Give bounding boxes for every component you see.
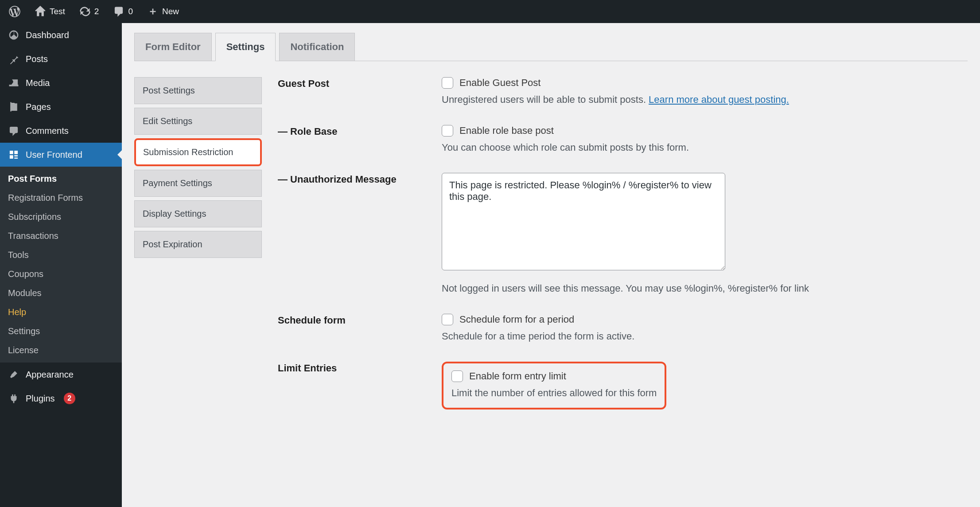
row-schedule-form: Schedule form Schedule form for a period… (278, 314, 968, 342)
settings-nav-submission-restriction[interactable]: Submission Restriction (134, 138, 262, 166)
sidebar-item-posts[interactable]: Posts (0, 47, 122, 71)
label-schedule-form: Schedule form (278, 314, 442, 326)
update-icon (79, 6, 91, 17)
settings-nav-payment-settings[interactable]: Payment Settings (134, 170, 262, 197)
settings-nav-post-settings[interactable]: Post Settings (134, 77, 262, 104)
row-guest-post: Guest Post Enable Guest Post Unregistere… (278, 77, 968, 105)
label-unauth-message: — Unauthorized Message (278, 173, 442, 185)
sidebar-label: Comments (26, 126, 69, 136)
submenu-post-forms[interactable]: Post Forms (0, 169, 122, 188)
comment-icon (8, 125, 19, 136)
plug-icon (8, 393, 19, 404)
settings-nav: Post Settings Edit Settings Submission R… (134, 77, 262, 429)
tab-notification[interactable]: Notification (279, 33, 355, 61)
helper-guest-post: Unregistered users will be able to submi… (442, 94, 968, 105)
sidebar-label: User Frontend (26, 150, 82, 160)
sidebar-item-comments[interactable]: Comments (0, 119, 122, 143)
helper-schedule: Schedule for a time period the form is a… (442, 331, 968, 342)
checkbox-enable-role-base[interactable] (442, 125, 453, 136)
checkbox-enable-guest-post[interactable] (442, 77, 453, 89)
submenu-transactions[interactable]: Transactions (0, 226, 122, 246)
content-area: Form Editor Settings Notification Post S… (122, 23, 980, 507)
adminbar-updates[interactable]: 2 (75, 0, 104, 23)
label-guest-post: Guest Post (278, 77, 442, 90)
new-label: New (162, 7, 179, 16)
sidebar-item-user-frontend[interactable]: User Frontend (0, 143, 122, 167)
wordpress-icon (9, 6, 20, 17)
admin-bar: Test 2 0 New (0, 0, 980, 23)
wp-logo[interactable] (4, 0, 25, 23)
submenu-tools[interactable]: Tools (0, 246, 122, 265)
submenu-help[interactable]: Help (0, 303, 122, 322)
home-icon (35, 6, 46, 17)
submenu-subscriptions[interactable]: Subscriptions (0, 207, 122, 226)
admin-sidebar: Dashboard Posts Media Pages Comments Use… (0, 23, 122, 507)
sidebar-submenu: Post Forms Registration Forms Subscripti… (0, 167, 122, 363)
comment-icon (113, 6, 124, 17)
checkbox-label: Enable role base post (459, 125, 554, 136)
tab-form-editor[interactable]: Form Editor (134, 33, 212, 61)
submenu-modules[interactable]: Modules (0, 284, 122, 303)
submenu-settings[interactable]: Settings (0, 322, 122, 341)
helper-role-base: You can choose which role can submit pos… (442, 142, 968, 153)
dashboard-icon (8, 29, 19, 41)
submenu-license[interactable]: License (0, 341, 122, 360)
submenu-coupons[interactable]: Coupons (0, 265, 122, 284)
settings-nav-display-settings[interactable]: Display Settings (134, 200, 262, 227)
sidebar-label: Plugins (26, 394, 55, 404)
checkbox-label: Schedule form for a period (459, 314, 574, 325)
settings-nav-edit-settings[interactable]: Edit Settings (134, 108, 262, 135)
sidebar-item-pages[interactable]: Pages (0, 95, 122, 119)
plugin-update-badge: 2 (64, 393, 75, 404)
updates-count: 2 (94, 7, 99, 16)
userfrontend-icon (8, 149, 19, 160)
checkbox-label: Enable form entry limit (469, 370, 566, 382)
page-icon (8, 101, 19, 113)
plus-icon (147, 6, 159, 17)
checkbox-schedule-form[interactable] (442, 314, 453, 325)
adminbar-comments[interactable]: 0 (109, 0, 137, 23)
sidebar-item-media[interactable]: Media (0, 71, 122, 95)
textarea-unauth-message[interactable] (442, 173, 725, 270)
adminbar-site[interactable]: Test (30, 0, 70, 23)
sidebar-label: Pages (26, 102, 51, 112)
form-tabs: Form Editor Settings Notification (134, 33, 968, 61)
row-limit-entries: Limit Entries Enable form entry limit Li… (278, 362, 968, 410)
label-role-base: — Role Base (278, 125, 442, 137)
sidebar-item-plugins[interactable]: Plugins 2 (0, 386, 122, 410)
pin-icon (8, 53, 19, 65)
checkbox-enable-entry-limit[interactable] (451, 370, 463, 382)
row-unauth-message: — Unauthorized Message Not logged in use… (278, 173, 968, 294)
sidebar-label: Posts (26, 54, 48, 64)
submenu-registration-forms[interactable]: Registration Forms (0, 188, 122, 207)
form-panel: Guest Post Enable Guest Post Unregistere… (278, 61, 968, 429)
media-icon (8, 77, 19, 89)
site-name: Test (50, 7, 65, 16)
sidebar-label: Media (26, 78, 50, 88)
comments-count: 0 (128, 7, 133, 16)
sidebar-label: Dashboard (26, 30, 69, 40)
link-learn-guest-posting[interactable]: Learn more about guest posting. (649, 94, 789, 105)
tab-settings[interactable]: Settings (215, 33, 276, 61)
row-role-base: — Role Base Enable role base post You ca… (278, 125, 968, 153)
label-limit-entries: Limit Entries (278, 362, 442, 374)
helper-unauth: Not logged in users will see this messag… (442, 283, 968, 294)
highlight-limit-entries: Enable form entry limit Limit the number… (442, 362, 666, 410)
sidebar-item-appearance[interactable]: Appearance (0, 363, 122, 386)
helper-limit: Limit the number of entries allowed for … (451, 387, 657, 399)
settings-nav-post-expiration[interactable]: Post Expiration (134, 231, 262, 258)
sidebar-item-dashboard[interactable]: Dashboard (0, 23, 122, 47)
adminbar-new[interactable]: New (143, 0, 183, 23)
brush-icon (8, 369, 19, 380)
sidebar-label: Appearance (26, 370, 74, 380)
checkbox-label: Enable Guest Post (459, 77, 541, 89)
